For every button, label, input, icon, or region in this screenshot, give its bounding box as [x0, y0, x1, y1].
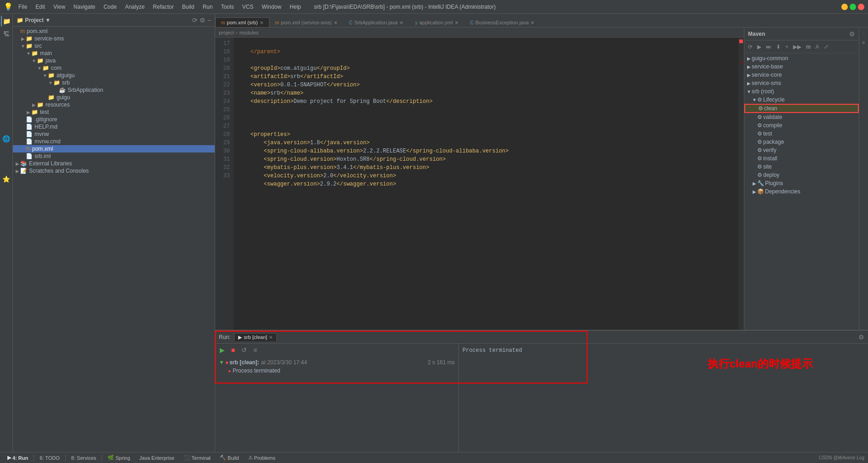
maven-item-guigu-common[interactable]: ▶ guigu-common	[744, 54, 859, 62]
maven-item-service-core[interactable]: ▶ service-core	[744, 71, 859, 79]
run-item-srb-clean[interactable]: ▼ ● srb [clean]: at 2023/3/30 17:44 2 s …	[217, 358, 457, 367]
menu-code[interactable]: Code	[100, 3, 120, 11]
bottom-tab-build[interactable]: 🔨 Build	[216, 454, 242, 462]
maven-item-verify[interactable]: ⚙ verify	[744, 146, 859, 154]
menu-navigate[interactable]: Navigate	[70, 3, 99, 11]
tree-item-main[interactable]: ▼ 📁 main	[13, 50, 215, 57]
bottom-tab-services[interactable]: 8: Services	[68, 454, 100, 462]
maven-item-compile[interactable]: ⚙ compile	[744, 121, 859, 130]
right-icon-2[interactable]: ≡	[860, 39, 868, 46]
tab-close-icon[interactable]: ✕	[260, 20, 263, 25]
code-content[interactable]: </parent> <groupId>com.atguigu</groupId>…	[234, 38, 744, 330]
maven-item-install[interactable]: ⚙ install	[744, 154, 859, 163]
maven-item-srb-root[interactable]: ▼ srb (root)	[744, 87, 859, 96]
tab-close-icon[interactable]: ✕	[455, 20, 458, 25]
maven-item-deploy[interactable]: ⚙ deploy	[744, 171, 859, 179]
maven-item-site[interactable]: ⚙ site	[744, 163, 859, 171]
close-button[interactable]	[858, 4, 864, 10]
run-stop-icon[interactable]: ■	[228, 345, 238, 355]
sidebar-item-project[interactable]: 📁	[1, 16, 12, 27]
tree-item-external-libraries[interactable]: ▶ 📚 External Libraries	[13, 160, 215, 167]
maven-run-icon[interactable]: ▶	[755, 43, 763, 51]
menu-refactor[interactable]: Refactor	[149, 3, 177, 11]
tree-item-srb-application[interactable]: ☕ SrbApplication	[13, 86, 215, 94]
maven-item-package[interactable]: ⚙ package	[744, 138, 859, 146]
sidebar-item-structure[interactable]: 🏗	[1, 28, 12, 40]
tree-item-gitignore[interactable]: 📄 .gitignore	[13, 116, 215, 123]
tree-item-atguigu[interactable]: ▼ 📁 atguigu	[13, 72, 215, 79]
tree-item-test[interactable]: ▶ 📁 test	[13, 108, 215, 116]
run-settings-icon[interactable]: ⚙	[858, 333, 864, 341]
run-tab-close-icon[interactable]: ✕	[269, 335, 273, 340]
tab-close-icon[interactable]: ✕	[400, 20, 403, 25]
project-collapse-icon[interactable]: −	[207, 17, 211, 24]
tree-item-pom-root[interactable]: m pom.xml	[13, 28, 215, 35]
run-item-process-terminated[interactable]: ● Process terminated	[217, 367, 457, 375]
menu-window[interactable]: Window	[258, 3, 285, 11]
right-icon-1[interactable]: ⋮	[860, 29, 868, 37]
maven-refresh-icon[interactable]: ⟳	[746, 43, 754, 51]
sidebar-item-web[interactable]: 🌐	[1, 133, 12, 144]
maven-skip-icon[interactable]: ⏭	[764, 43, 773, 51]
maven-expand-icon[interactable]: ⤢	[822, 43, 830, 51]
maven-download-icon[interactable]: ⬇	[774, 43, 782, 51]
maven-add-icon[interactable]: +	[783, 43, 790, 51]
tree-item-scratches[interactable]: ▶ 📝 Scratches and Consoles	[13, 167, 215, 175]
breadcrumb-modules[interactable]: modules	[240, 30, 259, 35]
tree-item-helpmd[interactable]: 📄 HELP.md	[13, 123, 215, 130]
maven-item-service-sms[interactable]: ▶ service-sms	[744, 79, 859, 87]
maven-item-plugins[interactable]: ▶ 🔧 Plugins	[744, 179, 859, 187]
maven-run2-icon[interactable]: ▶▶	[791, 43, 803, 51]
maven-lang-icon[interactable]: A	[814, 43, 821, 51]
run-play-icon[interactable]: ▶	[217, 345, 227, 355]
maven-item-dependencies[interactable]: ▶ 📦 Dependencies	[744, 187, 859, 196]
tree-item-mvnw-cmd[interactable]: 📄 mvnw.cmd	[13, 138, 215, 145]
menu-view[interactable]: View	[50, 3, 69, 11]
tree-item-srb[interactable]: ▼ 📁 srb	[13, 79, 215, 86]
minimize-button[interactable]	[841, 4, 848, 10]
menu-help[interactable]: Help	[286, 3, 305, 11]
tree-item-service-sms[interactable]: ▶ 📁 service-sms	[13, 35, 215, 42]
run-filter-icon[interactable]: ≡	[250, 345, 260, 355]
menu-vcs[interactable]: VCS	[239, 3, 257, 11]
menu-run[interactable]: Run	[199, 3, 217, 11]
bottom-tab-problems[interactable]: ⚠ Problems	[245, 454, 279, 462]
project-gear-icon[interactable]: ⚙	[200, 17, 206, 24]
maven-item-test[interactable]: ⚙ test	[744, 130, 859, 138]
maven-m-icon[interactable]: m	[804, 43, 813, 51]
maven-gear-icon[interactable]: ⚙	[849, 30, 855, 38]
tab-srb-application[interactable]: C SrbApplication.java ✕	[343, 17, 409, 27]
tab-close-icon[interactable]: ✕	[334, 20, 337, 25]
bottom-tab-java-enterprise[interactable]: Java Enterprise	[136, 454, 178, 462]
maven-item-clean[interactable]: ⚙ clean	[744, 104, 859, 113]
tree-item-resources[interactable]: ▶ 📁 resources	[13, 101, 215, 108]
run-rerun-icon[interactable]: ↺	[239, 345, 249, 355]
menu-edit[interactable]: Edit	[32, 3, 49, 11]
menu-build[interactable]: Build	[178, 3, 198, 11]
menu-tools[interactable]: Tools	[217, 3, 238, 11]
tree-item-guigu[interactable]: 📁 guigu	[13, 94, 215, 101]
maven-item-lifecycle[interactable]: ▼ ⚙ Lifecycle	[744, 96, 859, 104]
maximize-button[interactable]	[850, 4, 856, 10]
tab-application-yml[interactable]: y application.yml ✕	[409, 17, 464, 27]
menu-analyze[interactable]: Analyze	[121, 3, 148, 11]
tree-item-com[interactable]: ▼ 📁 com	[13, 64, 215, 72]
tab-business-exception[interactable]: C BusinessException.java ✕	[464, 17, 540, 27]
project-sync-icon[interactable]: ⟳	[192, 17, 198, 24]
tab-pom-srb[interactable]: m pom.xml (srb) ✕	[215, 17, 269, 27]
menu-file[interactable]: File	[15, 3, 31, 11]
tree-item-srb-iml[interactable]: 📄 srb.iml	[13, 152, 215, 160]
tab-pom-service-sms[interactable]: m pom.xml (service-sms) ✕	[269, 17, 343, 27]
maven-item-service-base[interactable]: ▶ service-base	[744, 62, 859, 71]
tree-item-mvnw[interactable]: 📄 mvnw	[13, 130, 215, 138]
maven-item-validate[interactable]: ⚙ validate	[744, 113, 859, 121]
tree-item-src[interactable]: ▼ 📁 src	[13, 42, 215, 50]
tab-close-icon[interactable]: ✕	[531, 20, 534, 25]
bottom-tab-todo[interactable]: 6: TODO	[36, 454, 63, 462]
bottom-tab-spring[interactable]: 🌿 Spring	[104, 454, 134, 462]
bottom-tab-terminal[interactable]: ⬛ Terminal	[180, 454, 215, 462]
tree-item-java[interactable]: ▼ 📁 java	[13, 57, 215, 64]
sidebar-item-favorites[interactable]: ⭐	[1, 174, 12, 185]
tree-item-pom-selected[interactable]: m pom.xml	[13, 145, 215, 152]
breadcrumb-project[interactable]: project	[219, 30, 234, 35]
